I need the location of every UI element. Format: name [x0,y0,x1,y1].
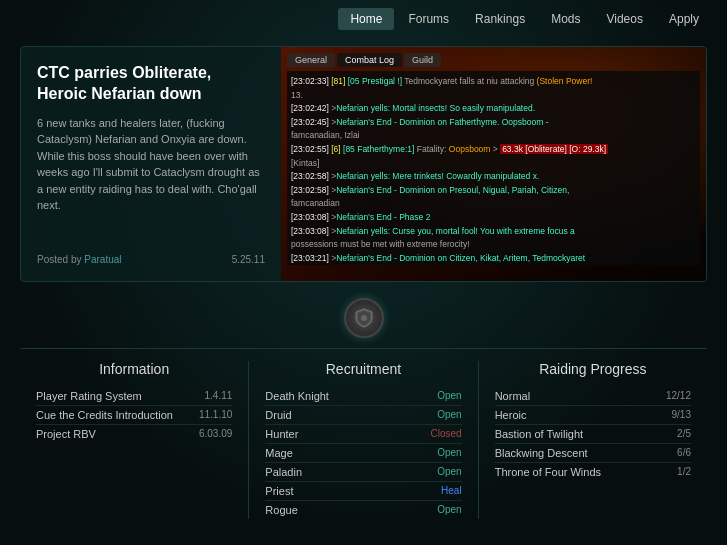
main-content: CTC parries Obliterate, Heroic Nefarian … [0,38,727,527]
info-value-0: 1.4.11 [205,390,233,401]
article-author-label: Posted by Paratual [37,254,122,265]
information-item-1: Cue the Credits Introduction 11.1.10 [36,406,232,425]
svg-point-0 [361,315,367,321]
nav-rankings[interactable]: Rankings [463,8,537,30]
article-title: CTC parries Obliterate, Heroic Nefarian … [37,63,265,105]
combat-log-overlay: General Combat Log Guild [23:02:33] [81]… [281,47,706,281]
raiding-title: Raiding Progress [495,361,691,377]
nav-forums[interactable]: Forums [396,8,461,30]
article-text-panel: CTC parries Obliterate, Heroic Nefarian … [21,47,281,281]
article-body: 6 new tanks and healers later, (fucking … [37,115,265,214]
log-tab-general[interactable]: General [287,53,335,67]
log-tab-guild[interactable]: Guild [404,53,441,67]
log-line: [23:02:58] >Nefarian yells: Mere trinket… [291,170,696,184]
raid-item-2: Bastion of Twilight 2/5 [495,425,691,444]
raid-item-0: Normal 12/12 [495,387,691,406]
information-item-2: Project RBV 6.03.09 [36,425,232,443]
combat-log-tabs: General Combat Log Guild [287,53,700,67]
recruit-item-4: Paladin Open [265,463,461,482]
nav-videos[interactable]: Videos [594,8,654,30]
log-line: possessions must be met with extreme fer… [291,238,696,252]
log-line: famcanadian [291,197,696,211]
log-line: [23:02:33] [81] [05 Prestigal !] Tedmock… [291,75,696,89]
info-label-0: Player Rating System [36,390,142,402]
shield-icon [344,298,384,338]
recruit-item-1: Druid Open [265,406,461,425]
log-line: [23:03:21] >Nefarian's End - Dominion on… [291,252,696,265]
article-footer: Posted by Paratual 5.25.11 [37,254,265,265]
recruit-item-5: Priest Heal [265,482,461,501]
shield-wrapper [20,298,707,338]
recruit-item-3: Mage Open [265,444,461,463]
log-line: [23:02:42] >Nefarian yells: Mortal insec… [291,102,696,116]
recruitment-section: Recruitment Death Knight Open Druid Open… [249,361,478,519]
raid-item-4: Throne of Four Winds 1/2 [495,463,691,481]
combat-log-content: [23:02:33] [81] [05 Prestigal !] Tedmock… [287,71,700,265]
shield-svg [353,307,375,329]
hero-article: CTC parries Obliterate, Heroic Nefarian … [20,46,707,282]
recruit-item-6: Rogue Open [265,501,461,519]
info-value-2: 6.03.09 [199,428,232,439]
navigation: Home Forums Rankings Mods Videos Apply [0,0,727,38]
info-label-2: Project RBV [36,428,96,440]
article-image: General Combat Log Guild [23:02:33] [81]… [281,47,706,281]
raid-item-1: Heroic 9/13 [495,406,691,425]
log-line: famcanadian, Izlai [291,129,696,143]
log-line: [Kintas] [291,157,696,171]
log-line: 13. [291,89,696,103]
recruit-item-0: Death Knight Open [265,387,461,406]
article-author-link[interactable]: Paratual [84,254,121,265]
raid-item-3: Blackwing Descent 6/6 [495,444,691,463]
nav-home[interactable]: Home [338,8,394,30]
log-line: [23:03:08] >Nefarian yells: Curse you, m… [291,225,696,239]
log-line: [23:02:58] >Nefarian's End - Dominion on… [291,184,696,198]
recruitment-title: Recruitment [265,361,461,377]
log-line: [23:02:45] >Nefarian's End - Dominion on… [291,116,696,130]
raiding-section: Raiding Progress Normal 12/12 Heroic 9/1… [479,361,707,519]
nav-mods[interactable]: Mods [539,8,592,30]
nav-apply[interactable]: Apply [657,8,711,30]
bottom-sections: Information Player Rating System 1.4.11 … [20,348,707,519]
recruit-item-2: Hunter Closed [265,425,461,444]
information-title: Information [36,361,232,377]
info-label-1: Cue the Credits Introduction [36,409,173,421]
info-value-1: 11.1.10 [199,409,232,420]
log-line: [23:02:55] [6] [85 Fatherthyme:1] Fatali… [291,143,696,157]
information-section: Information Player Rating System 1.4.11 … [20,361,249,519]
log-line: [23:03:08] >Nefarian's End - Phase 2 [291,211,696,225]
article-date: 5.25.11 [232,254,265,265]
information-item-0: Player Rating System 1.4.11 [36,387,232,406]
log-tab-combat[interactable]: Combat Log [337,53,402,67]
